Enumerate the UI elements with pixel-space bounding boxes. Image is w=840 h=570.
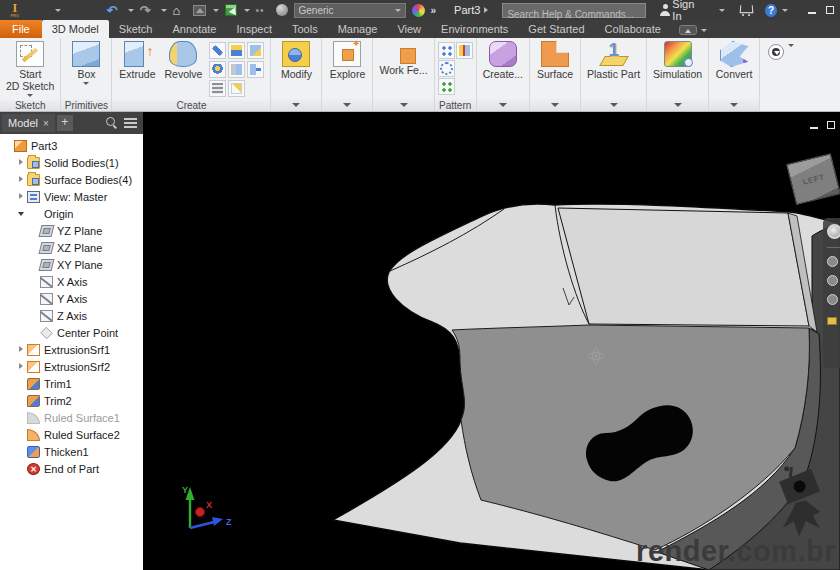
iproperties-dropdown[interactable] xyxy=(244,9,250,12)
tab-file[interactable]: File xyxy=(0,20,42,38)
expand-arrow-icon[interactable] xyxy=(17,362,26,371)
tree-item-part3[interactable]: Part3 xyxy=(0,137,143,154)
create-freeform-button[interactable]: Create... xyxy=(480,40,526,81)
panel-expand-work-features[interactable] xyxy=(373,99,433,111)
sign-in-dropdown[interactable] xyxy=(719,9,725,12)
new-file-dropdown[interactable] xyxy=(55,9,61,12)
panel-label-primitives[interactable]: Primitives xyxy=(61,99,111,111)
tab-inspect[interactable]: Inspect xyxy=(227,20,282,38)
restore-button[interactable] xyxy=(826,6,834,14)
redo-icon[interactable]: ↷ xyxy=(140,4,154,17)
search-input[interactable] xyxy=(503,8,645,21)
material-ball-icon[interactable] xyxy=(276,4,288,16)
iproperties-icon[interactable] xyxy=(225,4,237,16)
render-icon[interactable] xyxy=(193,5,206,16)
mirror-icon[interactable] xyxy=(456,42,473,59)
tab-manage[interactable]: Manage xyxy=(328,20,388,38)
help-icon[interactable]: ? xyxy=(765,4,777,17)
tab-get-started[interactable]: Get Started xyxy=(518,20,594,38)
panel-expand-plastic[interactable] xyxy=(581,99,646,111)
undo-icon[interactable]: ↶ xyxy=(107,4,121,17)
tree-item-end-of-part[interactable]: End of Part xyxy=(0,460,143,477)
tree-item-origin[interactable]: Origin xyxy=(0,205,143,222)
explore-button[interactable]: Explore xyxy=(325,40,369,81)
import-icon[interactable] xyxy=(247,61,264,78)
tree-item-trim2[interactable]: Trim2 xyxy=(0,392,143,409)
modify-button[interactable]: Modify xyxy=(274,40,318,81)
tab-annotate[interactable]: Annotate xyxy=(162,20,226,38)
tweak-dots-icon[interactable]: •• xyxy=(256,4,270,17)
look-at-icon[interactable] xyxy=(827,317,837,325)
pan-icon[interactable] xyxy=(827,256,838,267)
expand-arrow-icon[interactable] xyxy=(17,209,26,218)
toolbar-overflow-icon[interactable]: » xyxy=(431,5,437,16)
circular-pattern-icon[interactable] xyxy=(438,60,455,77)
appearance-wheel-icon[interactable] xyxy=(412,4,425,17)
tab-environments[interactable]: Environments xyxy=(431,20,518,38)
tab-3d-model[interactable]: 3D Model xyxy=(42,20,109,38)
tree-item-xz-plane[interactable]: XZ Plane xyxy=(0,239,143,256)
quick-tools-pill[interactable] xyxy=(679,25,707,35)
tree-item-ruled-surface2[interactable]: Ruled Surface2 xyxy=(0,426,143,443)
expand-arrow-icon[interactable] xyxy=(17,175,26,184)
store-cart-icon[interactable] xyxy=(739,4,752,16)
tree-item-view-master[interactable]: View: Master xyxy=(0,188,143,205)
emboss-icon[interactable] xyxy=(247,42,264,59)
tree-item-ruled-surface1[interactable]: Ruled Surface1 xyxy=(0,409,143,426)
rib-icon[interactable] xyxy=(228,80,245,97)
tree-item-trim1[interactable]: Trim1 xyxy=(0,375,143,392)
derive-icon[interactable] xyxy=(228,61,245,78)
tree-item-xy-plane[interactable]: XY Plane xyxy=(0,256,143,273)
plastic-part-button[interactable]: Plastic Part xyxy=(584,40,643,81)
material-selector[interactable]: Generic xyxy=(294,3,406,18)
tab-sketch[interactable]: Sketch xyxy=(109,20,163,38)
redo-dropdown[interactable] xyxy=(161,9,167,12)
minimize-button[interactable] xyxy=(808,12,816,14)
viewport-3d[interactable]: Y Z X LEFT xyxy=(143,112,840,570)
loft-icon[interactable] xyxy=(228,42,245,59)
box-button[interactable]: Box xyxy=(64,40,108,86)
revolve-button[interactable]: Revolve xyxy=(161,40,205,81)
undo-dropdown[interactable] xyxy=(128,9,134,12)
expand-arrow-icon[interactable] xyxy=(17,158,26,167)
simulation-button[interactable]: Simulation xyxy=(650,40,705,81)
convert-button[interactable]: Convert xyxy=(712,40,756,81)
panel-label-sketch[interactable]: Sketch xyxy=(0,100,60,111)
help-dropdown[interactable] xyxy=(782,9,788,12)
sketch-driven-pattern-icon[interactable] xyxy=(438,78,455,95)
tree-item-y-axis[interactable]: Y Axis xyxy=(0,290,143,307)
ribbon-options-button[interactable] xyxy=(768,44,794,111)
inventor-logo-icon[interactable]: I PRO xyxy=(4,1,26,19)
decal-icon[interactable] xyxy=(209,61,226,78)
title-expand-icon[interactable] xyxy=(484,7,488,13)
search-box[interactable] xyxy=(502,3,646,18)
doc-restore-button[interactable] xyxy=(827,121,835,129)
panel-label-pattern[interactable]: Pattern xyxy=(435,99,476,111)
panel-label-create[interactable]: Create xyxy=(112,100,270,111)
tree-item-surface-bodies-4[interactable]: Surface Bodies(4) xyxy=(0,171,143,188)
tree-item-center-point[interactable]: Center Point xyxy=(0,324,143,341)
browser-search-icon[interactable] xyxy=(106,117,118,129)
zoom-icon[interactable] xyxy=(827,275,838,286)
expand-arrow-icon[interactable] xyxy=(17,192,26,201)
navigation-wheel-icon[interactable] xyxy=(827,224,840,239)
tab-tools[interactable]: Tools xyxy=(282,20,328,38)
panel-expand-surface[interactable] xyxy=(530,99,580,111)
panel-expand-modify[interactable] xyxy=(271,99,321,111)
tree-item-x-axis[interactable]: X Axis xyxy=(0,273,143,290)
expand-arrow-icon[interactable] xyxy=(17,345,26,354)
rectangular-pattern-icon[interactable] xyxy=(438,42,455,59)
panel-expand-convert[interactable] xyxy=(709,99,759,111)
tab-collaborate[interactable]: Collaborate xyxy=(595,20,671,38)
tree-item-z-axis[interactable]: Z Axis xyxy=(0,307,143,324)
tree-item-extrusionsrf2[interactable]: ExtrusionSrf2 xyxy=(0,358,143,375)
panel-expand-simulation[interactable] xyxy=(647,99,708,111)
browser-menu-icon[interactable] xyxy=(124,118,137,128)
start-2d-sketch-button[interactable]: Start 2D Sketch xyxy=(3,40,57,98)
close-icon[interactable]: × xyxy=(43,118,49,129)
panel-expand-explore[interactable] xyxy=(322,99,372,111)
render-dropdown[interactable] xyxy=(213,9,219,12)
surface-button[interactable]: Surface xyxy=(533,40,577,81)
tree-item-solid-bodies-1[interactable]: Solid Bodies(1) xyxy=(0,154,143,171)
tree-item-thicken1[interactable]: Thicken1 xyxy=(0,443,143,460)
